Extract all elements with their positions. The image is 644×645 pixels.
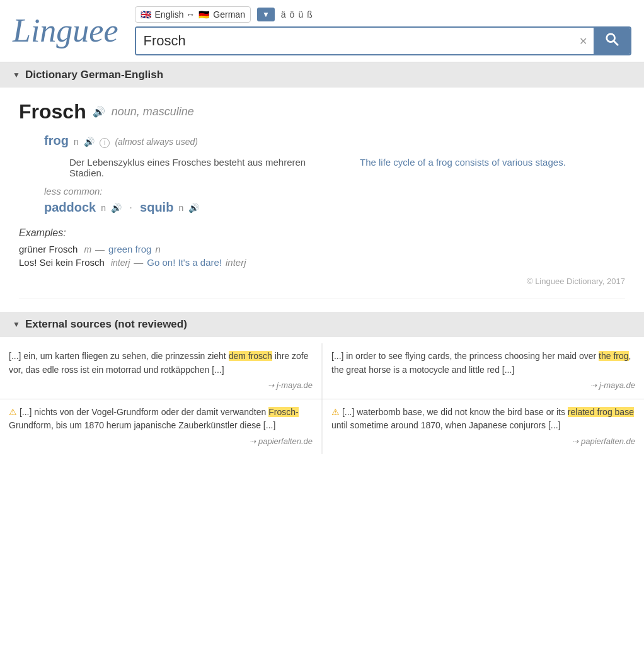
logo: Linguee — [13, 14, 118, 47]
special-chars: ä ö ü ß — [281, 9, 313, 20]
ext2-en-source: ⇢ papierfalten.de — [331, 435, 635, 448]
warning-icon-2: ⚠ — [331, 407, 340, 417]
examples-block: Examples: grüner Frosch m — green frog n… — [19, 227, 625, 299]
ext-item-1-de: [...] ein, um karten fliegen zu sehen, d… — [0, 343, 322, 399]
char-oe[interactable]: ö — [290, 9, 295, 20]
example-row-2: Los! Sei kein Frosch interj — Go on! It'… — [19, 257, 625, 268]
external-section: [...] ein, um karten fliegen zu sehen, d… — [0, 343, 644, 454]
example-en: The life cycle of a frog consists of var… — [360, 157, 625, 178]
dictionary-header-label: Dictionary German-English — [25, 69, 163, 81]
search-icon — [605, 32, 619, 46]
paddock-pos: n — [101, 203, 106, 213]
sound-icon-frog[interactable]: 🔊 — [84, 137, 95, 147]
search-input-row: ✕ — [135, 26, 631, 55]
copyright: © Linguee Dictionary, 2017 — [19, 270, 625, 290]
ex1-dash: — — [95, 244, 105, 254]
ex2-en-pos: interj — [226, 257, 246, 268]
ex2-dash: — — [134, 257, 143, 268]
example-de: Der Lebenszyklus eines Frosches besteht … — [69, 157, 335, 178]
external-section-header: ▼ External sources (not reviewed) — [0, 312, 644, 337]
dictionary-section-header: ▼ Dictionary German-English — [0, 62, 644, 88]
ex1-en[interactable]: green frog — [108, 244, 151, 254]
translation-frog[interactable]: frog — [44, 134, 69, 147]
triangle-icon: ▼ — [13, 71, 20, 79]
warning-icon-1: ⚠ — [9, 407, 17, 417]
frog-pos: n — [74, 137, 79, 147]
example-row-1: grüner Frosch m — green frog n — [19, 244, 625, 254]
ext2-de-source-name[interactable]: papierfalten.de — [258, 435, 313, 448]
frog-usage: (almost always used) — [115, 137, 198, 147]
ex2-de-pos: interj — [111, 258, 130, 268]
example-pair-frog: Der Lebenszyklus eines Frosches besteht … — [69, 157, 625, 178]
ext1-en-source: ⇢ j-maya.de — [331, 379, 635, 392]
sound-icon-paddock[interactable]: 🔊 — [111, 203, 122, 213]
ext1-en-before: [...] in order to see flying cards, the … — [331, 351, 599, 361]
ext2-de-highlight: Frosch- — [268, 407, 298, 417]
flag-de-icon: 🇩🇪 — [198, 9, 209, 20]
lang-row: 🇬🇧 English ↔ 🇩🇪 German ▼ ä ö ü ß — [135, 6, 631, 23]
search-area: 🇬🇧 English ↔ 🇩🇪 German ▼ ä ö ü ß ✕ — [135, 6, 631, 55]
translation-paddock[interactable]: paddock — [44, 200, 96, 215]
search-input[interactable] — [136, 28, 573, 54]
examples-title: Examples: — [19, 227, 625, 239]
ex2-de: Los! Sei kein Frosch — [19, 257, 105, 268]
frosch-word: Frosch — [19, 100, 86, 123]
ex1-de: grüner Frosch — [19, 244, 78, 254]
svg-line-1 — [614, 41, 618, 45]
flag-en-icon: 🇬🇧 — [141, 9, 151, 20]
translation-squib[interactable]: squib — [140, 200, 173, 215]
lang-selector[interactable]: 🇬🇧 English ↔ 🇩🇪 German — [135, 6, 251, 23]
ex2-en[interactable]: Go on! It's a dare! — [147, 257, 222, 268]
ext2-de-source: ⇢ papierfalten.de — [9, 435, 313, 448]
search-button[interactable] — [594, 28, 630, 54]
info-icon[interactable]: i — [100, 138, 110, 148]
ext-item-2-en: ⚠ [...] waterbomb base, we did not know … — [322, 399, 644, 455]
ext1-en-source-name[interactable]: j-maya.de — [599, 379, 635, 392]
ext2-de-before: [...] nichts von der Vogel-Grundform ode… — [20, 407, 268, 417]
ext1-de-source: ⇢ j-maya.de — [9, 379, 313, 392]
ext2-de-after: Grundform, bis um 1870 herum japanische … — [9, 420, 275, 430]
ext1-de-before: [...] ein, um karten fliegen zu sehen, d… — [9, 351, 229, 361]
lang-label-de: German — [213, 9, 245, 20]
header: Linguee 🇬🇧 English ↔ 🇩🇪 German ▼ ä ö ü ß… — [0, 0, 644, 62]
less-common-label: less common: — [44, 186, 625, 197]
external-header-label: External sources (not reviewed) — [25, 318, 187, 331]
sound-icon-main[interactable]: 🔊 — [93, 106, 105, 118]
lang-label: English ↔ — [155, 9, 195, 20]
triangle-icon-ext: ▼ — [13, 320, 20, 329]
ext1-de-source-name[interactable]: j-maya.de — [277, 379, 313, 392]
ext2-en-after: until sometime around 1870, when Japanes… — [331, 420, 560, 430]
char-ue[interactable]: ü — [298, 9, 303, 20]
source-arrow-icon: ⇢ — [268, 380, 274, 392]
ext1-en-highlight: the frog — [599, 351, 628, 361]
source-arrow-icon-3: ⇢ — [250, 436, 256, 448]
char-ae[interactable]: ä — [281, 9, 286, 20]
ex1-en-pos: n — [155, 244, 160, 254]
entry-pos: noun, masculine — [112, 105, 194, 118]
char-ss[interactable]: ß — [307, 9, 313, 20]
alt-translations: paddock n 🔊 · squib n 🔊 — [44, 200, 625, 215]
lang-dropdown-button[interactable]: ▼ — [257, 8, 275, 21]
ex1-de-pos: m — [84, 244, 91, 254]
squib-pos: n — [178, 203, 183, 213]
dot-separator: · — [129, 201, 132, 214]
search-clear-button[interactable]: ✕ — [573, 28, 594, 54]
sound-icon-squib[interactable]: 🔊 — [188, 203, 199, 213]
main-translation: frog n 🔊 i (almost always used) — [44, 134, 625, 148]
ext2-en-source-name[interactable]: papierfalten.de — [581, 435, 635, 448]
entry-word: Frosch 🔊 noun, masculine — [19, 100, 625, 123]
ext1-de-highlight: dem frosch — [229, 351, 272, 361]
dictionary-section: Frosch 🔊 noun, masculine frog n 🔊 i (alm… — [0, 88, 644, 305]
source-arrow-icon-2: ⇢ — [590, 380, 597, 392]
ext2-en-before: [...] waterbomb base, we did not know th… — [342, 407, 568, 417]
ext-item-1-en: [...] in order to see flying cards, the … — [322, 343, 644, 399]
source-arrow-icon-4: ⇢ — [572, 436, 578, 448]
ext-item-2-de: ⚠ [...] nichts von der Vogel-Grundform o… — [0, 399, 322, 455]
ext2-en-highlight: related frog base — [568, 407, 634, 417]
